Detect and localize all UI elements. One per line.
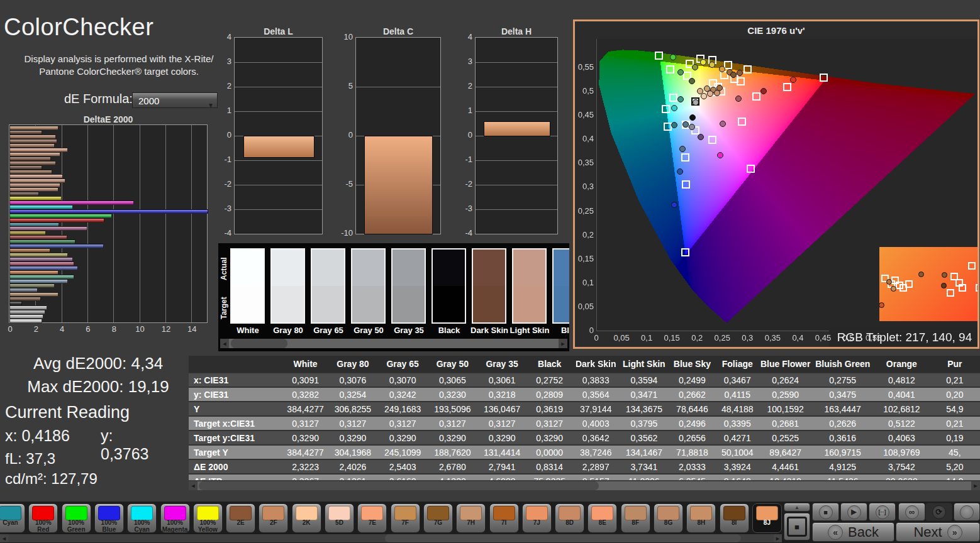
cie-measurement-marker	[671, 105, 677, 111]
pattern-label: 7H	[457, 520, 485, 527]
table-cell: 2,5403	[378, 459, 428, 474]
pattern-button-8g[interactable]: 8G	[654, 503, 683, 533]
cie-x-tick-label: 0,15	[659, 333, 684, 343]
pattern-button-cyan[interactable]: Cyan	[0, 503, 25, 533]
pattern-button-100-blue[interactable]: 100% Blue	[94, 503, 124, 533]
actual-color	[513, 250, 545, 286]
table-cell: 134,1467	[619, 445, 669, 459]
pattern-button-100-yellow[interactable]: 100% Yellow	[193, 503, 223, 533]
scroll-left-icon[interactable]: ◄	[220, 339, 229, 348]
table-cell: 3,6162	[378, 474, 428, 480]
actual-color	[433, 250, 465, 286]
pattern-button-2k[interactable]: 2K	[292, 503, 321, 533]
patch-swatch-gray-65[interactable]	[311, 248, 345, 324]
stop-button[interactable]: ■	[812, 503, 839, 521]
cie-x-tick-label: 0,4	[785, 333, 810, 343]
table-cell: 0,4063	[874, 431, 929, 445]
table-cell: 4,9125	[811, 459, 874, 474]
table-cell: 0,2626	[811, 416, 874, 431]
patch-swatch-white[interactable]	[230, 248, 265, 324]
pattern-button-8f[interactable]: 8F	[621, 503, 650, 533]
refresh-button[interactable]: ⟳	[925, 503, 952, 521]
x-tick-label: 0	[4, 324, 16, 334]
table-cell: 4,4461	[759, 459, 811, 474]
pattern-button-8d[interactable]: 8D	[555, 503, 584, 533]
cie-x-tick-label: 0	[584, 333, 609, 343]
pattern-button-100-magenta[interactable]: 100% Magenta	[160, 503, 190, 533]
patch-swatch-gray-80[interactable]	[270, 248, 305, 324]
table-cell: 384,4277	[283, 402, 328, 416]
pattern-button-8i[interactable]: 8I	[720, 503, 749, 533]
patch-swatch-gray-35[interactable]	[391, 248, 426, 324]
cie-x-tick-label: 0,2	[684, 333, 710, 343]
record-button[interactable]	[954, 503, 980, 521]
pattern-color	[296, 506, 318, 520]
scroll-right-icon[interactable]: ►	[559, 339, 567, 348]
table-cell: 0,3127	[428, 416, 477, 431]
table-cell: 0,3091	[283, 373, 328, 387]
pattern-color	[657, 506, 679, 520]
loop-button[interactable]: ∞	[898, 503, 925, 521]
pattern-color	[361, 506, 383, 520]
y-tick-label: 2	[218, 81, 231, 90]
description-line2: Pantone ColorChecker® target colors.	[39, 66, 199, 77]
table-scrollbar-thumb[interactable]	[199, 481, 599, 490]
toolbar-scroll-left-icon[interactable]: ◄	[0, 534, 8, 542]
delta-h-title: Delta H	[475, 26, 558, 36]
patch-swatch-light-skin[interactable]	[512, 248, 547, 324]
inset-measurement-marker	[941, 283, 947, 288]
pattern-button-8e[interactable]: 8E	[587, 503, 617, 533]
table-header-cell	[189, 356, 283, 373]
cie-measurement-marker	[719, 66, 725, 72]
patch-swatch-black[interactable]	[432, 248, 466, 324]
avg-de2000: Avg dE2000: 4,34	[0, 352, 196, 375]
pattern-button-8h[interactable]: 8H	[686, 503, 716, 533]
next-button[interactable]: Next »	[896, 522, 980, 542]
pattern-button-7h[interactable]: 7H	[456, 503, 486, 533]
play-button[interactable]: ▶	[840, 503, 867, 521]
patch-swatch-dark-skin[interactable]	[472, 248, 506, 324]
toolbar-scrollbar-thumb[interactable]	[385, 534, 741, 542]
table-cell: 0,3290	[526, 431, 572, 445]
pattern-button-8j[interactable]: 8J	[752, 503, 782, 533]
de-formula-dropdown[interactable]: 2000 ▼	[132, 92, 218, 108]
table-cell: 0,3594	[619, 373, 669, 387]
table-scroll-left-icon[interactable]: ◄	[189, 481, 198, 490]
collapse-toolbar-button[interactable]: ▲	[784, 503, 810, 512]
pattern-window-button[interactable]: ■	[784, 513, 810, 540]
pattern-color	[65, 506, 87, 520]
cie-target-marker	[708, 136, 716, 144]
pattern-button-7f[interactable]: 7F	[391, 503, 420, 533]
toolbar-scroll-right-icon[interactable]: ►	[774, 534, 782, 542]
pattern-button-2e[interactable]: 2E	[226, 503, 255, 533]
table-cell: 0,3642	[572, 431, 619, 445]
table-header-cell: Gray 65	[378, 356, 428, 373]
pattern-button-100-red[interactable]: 100% Red	[28, 503, 58, 533]
swatch-scrollbar-thumb[interactable]	[231, 339, 287, 348]
step-mode-button[interactable]: [··]	[869, 503, 896, 521]
pattern-button-100-green[interactable]: 100% Green	[62, 503, 91, 533]
pattern-button-7e[interactable]: 7E	[357, 503, 387, 533]
pattern-button-7i[interactable]: 7I	[489, 503, 519, 533]
patch-swatch-gray-50[interactable]	[351, 248, 386, 324]
pattern-button-2f[interactable]: 2F	[259, 503, 288, 533]
table-cell: 102,6812	[874, 402, 929, 416]
deltae-bar	[9, 183, 60, 187]
table-scroll-right-icon[interactable]: ►	[971, 481, 980, 490]
table-cell: 0,0000	[526, 445, 572, 459]
back-button[interactable]: « Back	[812, 522, 894, 542]
cie-zoom-inset	[879, 247, 979, 321]
deltae-bar	[9, 200, 134, 205]
swatch-scrollbar[interactable]: ◄ ►	[220, 339, 567, 348]
table-cell: 131,4414	[477, 445, 526, 459]
pattern-button-100-cyan[interactable]: 100% Cyan	[127, 503, 157, 533]
toolbar-scrollbar[interactable]: ◄ ►	[0, 534, 782, 542]
pattern-button-5d[interactable]: 5D	[325, 503, 354, 533]
patch-swatch-blue[interactable]	[552, 248, 569, 324]
table-scrollbar[interactable]: ◄ ►	[189, 481, 980, 490]
inset-target-marker	[959, 284, 966, 292]
pattern-button-7g[interactable]: 7G	[423, 503, 453, 533]
pattern-button-7j[interactable]: 7J	[522, 503, 552, 533]
table-cell: 100,1592	[759, 402, 811, 416]
table-header-cell: Pur	[930, 356, 980, 373]
